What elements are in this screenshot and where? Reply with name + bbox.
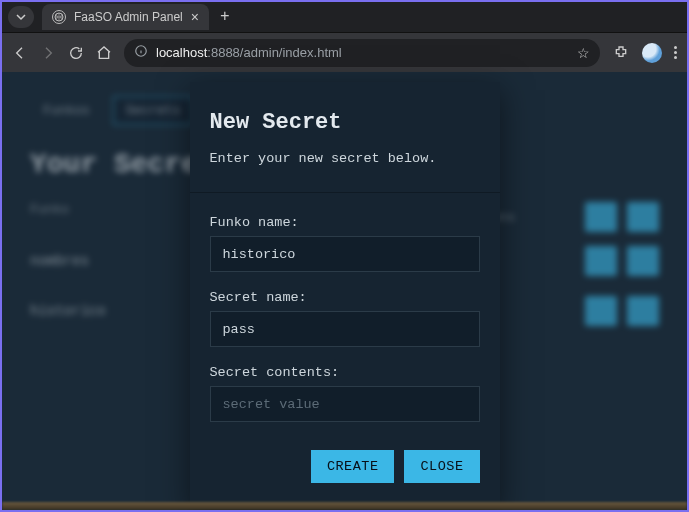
close-button[interactable]: CLOSE [404,450,479,483]
row-action-button[interactable] [627,296,659,326]
bookmark-icon[interactable]: ☆ [577,45,590,61]
secret-contents-input[interactable] [210,386,480,422]
row-action-button[interactable] [627,246,659,276]
col-funko: Funko [30,202,69,232]
row-action-button[interactable] [585,246,617,276]
profile-avatar[interactable] [642,43,662,63]
tab-bar: FaaSO Admin Panel × + [2,2,687,32]
funko-name-label: Funko name: [210,215,480,230]
row-name: historico [30,303,106,319]
secret-name-input[interactable] [210,311,480,347]
modal-actions: CREATE CLOSE [210,450,480,483]
browser-chrome: FaaSO Admin Panel × + localhost:8888/adm… [2,2,687,72]
secret-name-label: Secret name: [210,290,480,305]
divider [190,192,500,193]
header-action-button[interactable] [627,202,659,232]
tab-secrets[interactable]: Secrets [113,96,194,125]
url-path: :8888/admin/index.html [207,45,341,60]
globe-icon [52,10,66,24]
row-action-button[interactable] [585,296,617,326]
browser-tab[interactable]: FaaSO Admin Panel × [42,4,209,30]
tab-funkos[interactable]: Funkos [30,96,103,125]
secret-contents-label: Secret contents: [210,365,480,380]
forward-icon[interactable] [40,45,56,61]
modal-title: New Secret [210,110,480,135]
url-input[interactable]: localhost:8888/admin/index.html ☆ [124,39,600,67]
tab-dropdown-button[interactable] [8,6,34,28]
create-button[interactable]: CREATE [311,450,395,483]
new-secret-modal: New Secret Enter your new secret below. … [190,82,500,509]
tab-title: FaaSO Admin Panel [74,10,183,24]
home-icon[interactable] [96,45,112,61]
address-bar: localhost:8888/admin/index.html ☆ [2,32,687,72]
page-content: Funkos Secrets Your Secrets Funko Action… [2,72,687,510]
funko-name-input[interactable] [210,236,480,272]
reload-icon[interactable] [68,45,84,61]
site-info-icon[interactable] [134,44,148,61]
header-action-button[interactable] [585,202,617,232]
new-tab-button[interactable]: + [213,8,237,26]
menu-icon[interactable] [674,46,677,59]
row-name: nombres [30,253,89,269]
url-host: localhost [156,45,207,60]
close-icon[interactable]: × [191,9,199,25]
modal-subtitle: Enter your new secret below. [210,151,480,166]
extensions-icon[interactable] [612,44,630,62]
back-icon[interactable] [12,45,28,61]
